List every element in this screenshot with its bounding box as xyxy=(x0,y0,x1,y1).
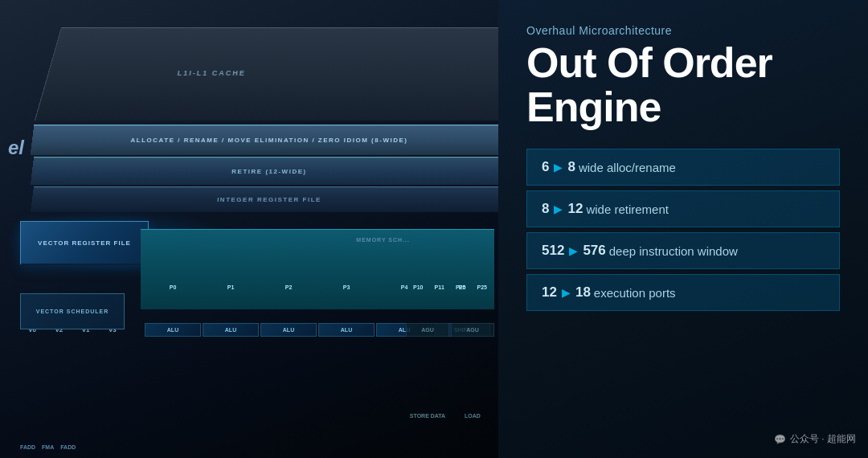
port-p11: P11 xyxy=(430,284,450,290)
feature-arrow-2: ▶ xyxy=(569,244,578,257)
int-reg-bar: INTEGER REGISTER FILE xyxy=(31,186,498,212)
vector-reg-label: VECTOR REGISTER FILE xyxy=(38,239,131,247)
right-panel: Overhaul Microarchitecture Out Of Order … xyxy=(498,0,868,458)
vector-reg-block: VECTOR REGISTER FILE xyxy=(20,221,149,265)
feature-new-3: 18 xyxy=(575,284,591,301)
intel-logo-area: el xyxy=(8,137,24,159)
feature-arrow-1: ▶ xyxy=(554,202,563,215)
agu-0: AGU xyxy=(406,323,449,337)
feature-desc-3: execution ports xyxy=(594,286,676,300)
feature-old-2: 512 xyxy=(542,243,564,259)
feature-alloc-rename: 6 ▶ 8 wide alloc/rename xyxy=(526,149,840,186)
feature-new-0: 8 xyxy=(567,159,575,175)
vector-scheduler-block: VECTOR SCHEDULER xyxy=(20,293,125,329)
alu-0: ALU xyxy=(145,323,201,337)
l1i-cache-label: L1I-L1 CACHE xyxy=(177,69,247,77)
agu-labels: AGU AGU xyxy=(406,317,494,341)
watermark-text: 公众号 · 超能网 xyxy=(790,432,856,446)
title-line1: Out Of Order xyxy=(526,39,772,86)
agu-1: AGU xyxy=(451,323,494,337)
feature-execution-ports: 12 ▶ 18 execution ports xyxy=(526,274,840,311)
load-label: LOAD xyxy=(451,413,494,419)
alu-2: ALU xyxy=(260,323,317,337)
vector-sched-label: VECTOR SCHEDULER xyxy=(36,309,109,314)
subtitle: Overhaul Microarchitecture xyxy=(526,24,840,37)
feature-desc-2: deep instruction window xyxy=(609,244,738,258)
fma-0: FMA xyxy=(42,444,54,450)
wechat-icon: 💬 xyxy=(774,434,786,445)
port-p10: P10 xyxy=(408,284,428,290)
port-p3: P3 xyxy=(318,284,375,290)
fadd-0: FADD xyxy=(20,444,35,450)
feature-arrow-3: ▶ xyxy=(562,286,571,299)
store-load-labels: STORE DATA LOAD xyxy=(406,406,494,426)
port-p25: P25 xyxy=(473,284,493,290)
feature-new-1: 12 xyxy=(567,201,583,217)
alloc-rename-label: ALLOCATE / RENAME / MOVE ELIMINATION / Z… xyxy=(130,137,407,144)
l1-cache-panel: L1I-L1 CACHE xyxy=(35,27,498,121)
port-labels-right: P10 P11 P20 P25 xyxy=(406,277,494,297)
feature-new-2: 576 xyxy=(583,243,605,259)
intel-logo-text: el xyxy=(8,137,24,158)
feature-retirement: 8 ▶ 12 wide retirement xyxy=(526,190,840,227)
port-p0: P0 xyxy=(145,284,201,290)
mem-sched-label: MEMORY SCH... xyxy=(356,237,410,243)
features-list: 6 ▶ 8 wide alloc/rename 8 ▶ 12 wide reti… xyxy=(526,149,840,434)
feature-desc-1: wide retirement xyxy=(586,202,669,216)
port-p1: P1 xyxy=(203,284,259,290)
architecture-diagram: L1I-L1 CACHE el ALLOCATE / RENAME / MOVE… xyxy=(0,0,498,458)
retire-label: RETIRE (12-WIDE) xyxy=(231,168,307,175)
feature-arrow-0: ▶ xyxy=(554,161,563,174)
retire-bar: RETIRE (12-WIDE) xyxy=(31,157,498,185)
fadd-labels: FADD FMA FADD xyxy=(20,444,76,450)
watermark: 💬 公众号 · 超能网 xyxy=(774,432,856,446)
feature-old-3: 12 xyxy=(542,284,557,301)
store-data-label: STORE DATA xyxy=(406,413,449,419)
int-reg-label: INTEGER REGISTER FILE xyxy=(217,196,321,203)
execution-area xyxy=(141,229,494,309)
alloc-rename-bar: ALLOCATE / RENAME / MOVE ELIMINATION / Z… xyxy=(31,125,498,155)
feature-desc-0: wide alloc/rename xyxy=(579,161,676,174)
main-title: Out Of Order Engine xyxy=(526,41,840,129)
port-p2: P2 xyxy=(260,284,317,290)
title-line2: Engine xyxy=(526,84,661,130)
feature-old-0: 6 xyxy=(542,159,549,175)
alu-3: ALU xyxy=(318,323,375,337)
port-p20: P20 xyxy=(451,284,471,290)
feature-old-1: 8 xyxy=(542,201,549,217)
main-container: L1I-L1 CACHE el ALLOCATE / RENAME / MOVE… xyxy=(0,0,868,458)
alu-1: ALU xyxy=(203,323,259,337)
feature-instruction-window: 512 ▶ 576 deep instruction window xyxy=(526,232,840,269)
fadd-1: FADD xyxy=(60,444,76,450)
